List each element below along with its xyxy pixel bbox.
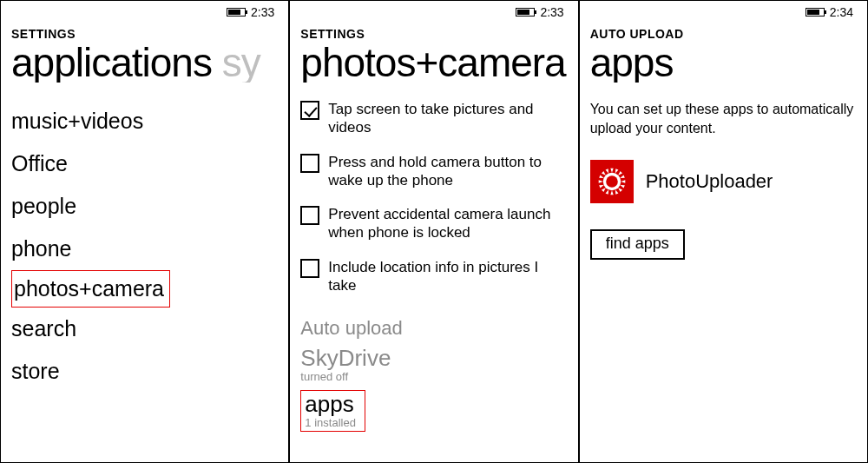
description-text: You can set up these apps to automatical… (590, 100, 857, 137)
photouploader-icon (590, 160, 634, 203)
checkbox-hold-camera[interactable]: Press and hold camera button to wake up … (300, 153, 567, 190)
checkbox-icon[interactable] (300, 101, 319, 120)
status-bar: 2:33 (300, 1, 567, 23)
app-item-music-videos[interactable]: music+videos (11, 100, 278, 142)
clock: 2:33 (540, 5, 563, 19)
skydrive-status: turned off (300, 370, 567, 383)
checkbox-label: Include location info in pictures I take (328, 258, 567, 295)
app-item-photos-camera[interactable]: photos+camera (11, 270, 278, 308)
battery-icon (806, 8, 825, 17)
app-item-phone[interactable]: phone (11, 228, 278, 270)
checkbox-label: Press and hold camera button to wake up … (328, 153, 567, 190)
apps-title: apps (305, 391, 356, 418)
app-name-label: PhotoUploader (646, 170, 773, 193)
checkbox-label: Tap screen to take pictures and videos (328, 100, 567, 137)
screen-auto-upload-apps: 2:34 AUTO UPLOAD apps You can set up the… (579, 0, 868, 463)
svg-marker-1 (610, 169, 613, 173)
checkbox-label: Prevent accidental camera launch when ph… (328, 205, 567, 242)
app-item-store[interactable]: store (11, 350, 278, 393)
clock: 2:33 (251, 5, 274, 19)
battery-icon (516, 8, 535, 17)
app-photouploader[interactable]: PhotoUploader (590, 160, 857, 203)
clock: 2:34 (830, 5, 853, 19)
apps-item[interactable]: apps 1 installed (300, 390, 365, 432)
screen-photos-camera-settings: 2:33 SETTINGS photos+camera Tap screen t… (289, 0, 578, 463)
checkbox-tap-screen[interactable]: Tap screen to take pictures and videos (300, 100, 567, 137)
status-bar: 2:33 (11, 1, 278, 23)
svg-marker-13 (598, 180, 602, 182)
checkbox-icon[interactable] (300, 259, 319, 278)
checkbox-prevent-launch[interactable]: Prevent accidental camera launch when ph… (300, 205, 567, 242)
settings-header: SETTINGS (11, 27, 278, 41)
skydrive-title: SkyDrive (300, 345, 567, 372)
checkbox-icon[interactable] (300, 206, 319, 225)
pivot-title: photos+camera (300, 43, 567, 83)
skydrive-item[interactable]: SkyDrive turned off (300, 345, 567, 383)
app-item-people[interactable]: people (11, 185, 278, 228)
status-bar: 2:34 (590, 1, 857, 23)
app-item-search[interactable]: search (11, 308, 278, 350)
app-item-office[interactable]: Office (11, 142, 278, 185)
auto-upload-section-label: Auto upload (300, 317, 567, 340)
svg-marker-9 (610, 190, 613, 195)
screen-settings-applications: 2:33 SETTINGS applications sy music+vide… (0, 0, 289, 463)
checkbox-location-info[interactable]: Include location info in pictures I take (300, 258, 567, 295)
svg-marker-5 (621, 180, 625, 182)
checkbox-icon[interactable] (300, 154, 319, 173)
battery-icon (227, 8, 246, 17)
apps-status: 1 installed (305, 416, 356, 429)
pivot-title[interactable]: applications sy (11, 43, 278, 83)
svg-point-17 (606, 175, 618, 188)
auto-upload-header: AUTO UPLOAD (590, 27, 857, 41)
pivot-title: apps (590, 43, 857, 83)
settings-header: SETTINGS (300, 27, 567, 41)
find-apps-button[interactable]: find apps (590, 229, 685, 260)
